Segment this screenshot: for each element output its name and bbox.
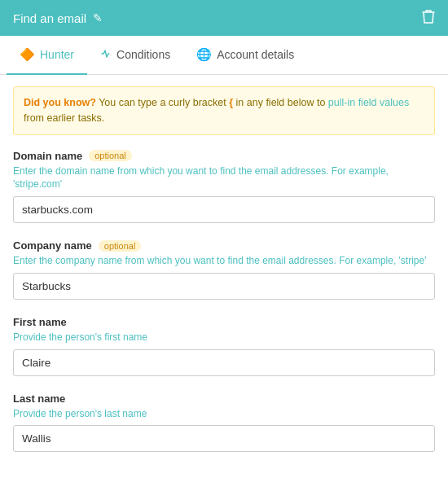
company-name-optional: optional xyxy=(99,240,142,252)
info-banner-text3: from earlier tasks. xyxy=(24,112,104,124)
last-name-label: Last name xyxy=(13,392,65,405)
info-banner-curly: { xyxy=(229,97,233,108)
info-banner-text1: You can type a curly bracket xyxy=(99,97,229,108)
domain-name-optional: optional xyxy=(89,150,132,161)
tab-conditions[interactable]: Conditions xyxy=(87,36,183,75)
company-name-input[interactable] xyxy=(13,273,435,300)
domain-name-input[interactable] xyxy=(13,196,435,223)
info-banner: Did you know? You can type a curly brack… xyxy=(13,86,435,135)
conditions-icon xyxy=(100,48,112,62)
tab-hunter[interactable]: 🔶 Hunter xyxy=(7,36,87,75)
globe-icon: 🌐 xyxy=(196,47,212,62)
domain-name-description: Enter the domain name from which you wan… xyxy=(13,164,435,192)
first-name-description: Provide the person's first name xyxy=(13,331,435,344)
domain-name-label: Domain name xyxy=(13,150,82,162)
edit-icon[interactable]: ✎ xyxy=(93,11,103,24)
header-left: Find an email ✎ xyxy=(13,11,103,25)
first-name-label: First name xyxy=(13,316,67,328)
field-group-domain-name: Domain name optional Enter the domain na… xyxy=(13,150,435,224)
tab-account-details-label: Account details xyxy=(217,48,294,61)
form-container: Domain name optional Enter the domain na… xyxy=(0,147,448,479)
last-name-description: Provide the person's last name xyxy=(13,407,435,421)
page-title: Find an email xyxy=(13,11,86,25)
field-group-last-name: Last name Provide the person's last name xyxy=(13,392,435,453)
field-label-row-first: First name xyxy=(13,316,435,328)
info-banner-highlight: Did you know? xyxy=(24,97,96,108)
first-name-input[interactable] xyxy=(13,349,435,376)
field-group-first-name: First name Provide the person's first na… xyxy=(13,316,435,376)
tab-conditions-label: Conditions xyxy=(116,48,170,61)
last-name-input[interactable] xyxy=(13,425,435,452)
field-label-row-last: Last name xyxy=(13,392,435,405)
info-banner-text2: in any field below to xyxy=(236,97,328,108)
header: Find an email ✎ xyxy=(0,0,448,36)
field-group-company-name: Company name optional Enter the company … xyxy=(13,239,435,300)
hunter-icon: 🔶 xyxy=(20,47,35,62)
main-container: 🔶 Hunter Conditions 🌐 Account details Di… xyxy=(0,36,448,478)
info-banner-link[interactable]: pull-in field values xyxy=(328,97,409,108)
field-label-row-company: Company name optional xyxy=(13,239,435,252)
tabs-bar: 🔶 Hunter Conditions 🌐 Account details xyxy=(0,36,448,75)
tab-hunter-label: Hunter xyxy=(40,48,74,61)
trash-icon[interactable] xyxy=(422,9,435,27)
company-name-description: Enter the company name from which you wa… xyxy=(13,254,435,268)
tab-account-details[interactable]: 🌐 Account details xyxy=(183,36,307,75)
company-name-label: Company name xyxy=(13,239,92,252)
field-label-row-domain: Domain name optional xyxy=(13,150,435,162)
